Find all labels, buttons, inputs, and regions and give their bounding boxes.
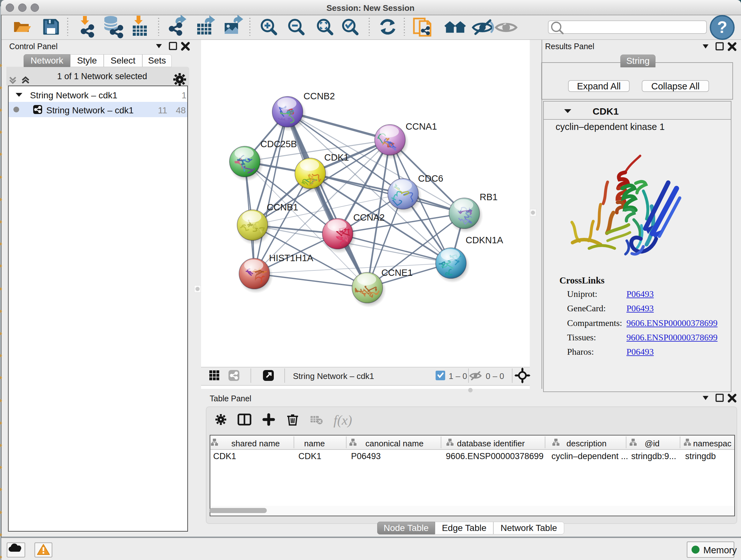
svg-text:f(x): f(x) bbox=[333, 413, 352, 428]
